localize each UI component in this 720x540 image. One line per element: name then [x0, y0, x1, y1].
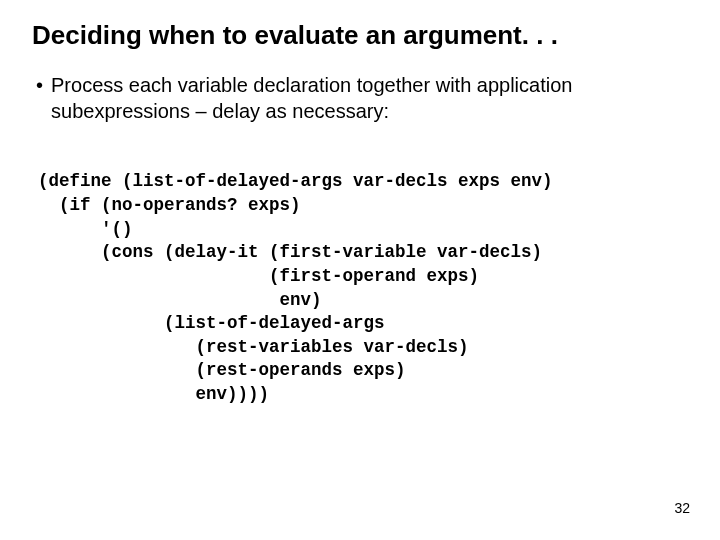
- code-line: (cons (delay-it (first-variable var-decl…: [38, 242, 542, 262]
- code-line: (if (no-operands? exps): [38, 195, 301, 215]
- code-line: (first-operand exps): [38, 266, 479, 286]
- code-line: (rest-operands exps): [38, 360, 406, 380]
- bullet-marker: •: [36, 73, 43, 124]
- code-line: env): [38, 290, 322, 310]
- page-number: 32: [674, 500, 690, 516]
- code-block: (define (list-of-delayed-args var-decls …: [38, 170, 694, 406]
- bullet-item: • Process each variable declaration toge…: [36, 73, 694, 124]
- slide-title: Deciding when to evaluate an argument. .…: [32, 20, 694, 51]
- bullet-text: Process each variable declaration togeth…: [51, 73, 694, 124]
- code-line: env)))): [38, 384, 269, 404]
- slide: Deciding when to evaluate an argument. .…: [0, 0, 720, 540]
- code-line: (list-of-delayed-args: [38, 313, 385, 333]
- code-line: (rest-variables var-decls): [38, 337, 469, 357]
- code-line: (define (list-of-delayed-args var-decls …: [38, 171, 553, 191]
- code-line: '(): [38, 219, 133, 239]
